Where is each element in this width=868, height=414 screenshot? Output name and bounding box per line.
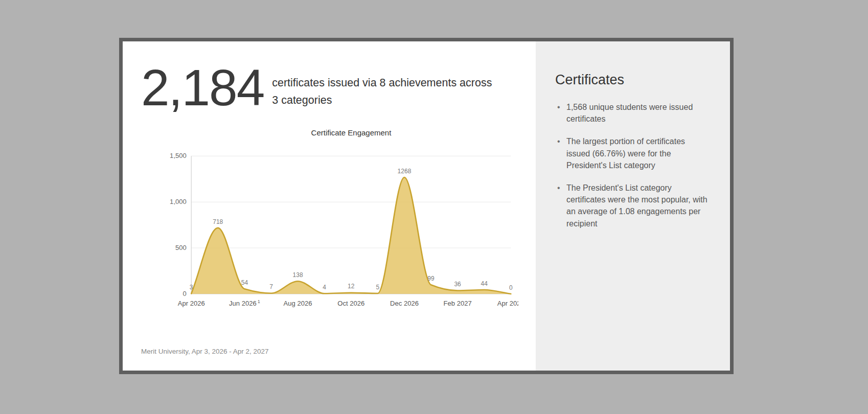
point-label: 3 (190, 284, 193, 291)
point-label: 4 (323, 284, 326, 291)
point-label: 36 (454, 281, 461, 288)
summary-bullet-item: The President's List category certificat… (555, 182, 709, 229)
chart-block: Certificate Engagement 05001,0001,500Apr… (166, 128, 518, 318)
area-fill (191, 177, 511, 294)
x-tick-label: Dec 2026 (390, 300, 419, 307)
y-tick-label: 500 (175, 244, 187, 251)
point-label: 12 (348, 283, 355, 290)
x-tick-label: Aug 2026 (284, 300, 312, 307)
engagement-area-chart-svg: 05001,0001,500Apr 2026Jun 2026 1Aug 2026… (166, 141, 518, 318)
summary-bullet-list: 1,568 unique students were issued certif… (555, 101, 709, 229)
point-label: 44 (481, 280, 488, 287)
certificates-report-card: 2,184 certificates issued via 8 achievem… (119, 38, 734, 374)
report-scope-note: Merit University, Apr 3, 2026 - Apr 2, 2… (141, 348, 269, 355)
area-line (191, 177, 511, 294)
y-tick-label: 1,500 (170, 152, 187, 159)
point-label: 5 (376, 284, 379, 291)
total-certificates-count: 2,184 (141, 62, 264, 113)
point-label: 718 (213, 218, 223, 225)
summary-bullet-item: 1,568 unique students were issued certif… (555, 101, 709, 125)
headline-description: certificates issued via 8 achievements a… (272, 75, 497, 113)
x-tick-label: Apr 2027 (497, 300, 518, 307)
certificate-engagement-chart: 05001,0001,500Apr 2026Jun 2026 1Aug 2026… (166, 141, 518, 318)
point-label: 0 (509, 284, 513, 291)
summary-panel: Certificates 1,568 unique students were … (536, 41, 730, 371)
point-label: 1268 (398, 168, 412, 175)
point-label: 7 (269, 283, 273, 290)
x-tick-label: Feb 2027 (444, 300, 472, 307)
tick-footnote-marker: 1 (257, 299, 260, 304)
summary-bullet-item: The largest portion of certificates issu… (555, 135, 709, 171)
summary-panel-title: Certificates (555, 72, 709, 88)
x-tick-label: Apr 2026 (178, 300, 205, 307)
chart-section: 2,184 certificates issued via 8 achievem… (123, 41, 536, 371)
x-tick-label: Jun 2026 1 (229, 299, 260, 307)
y-tick-label: 1,000 (170, 198, 187, 205)
point-label: 99 (427, 275, 435, 282)
point-label: 138 (293, 271, 303, 279)
chart-title: Certificate Engagement (166, 128, 518, 137)
headline: 2,184 certificates issued via 8 achievem… (141, 62, 536, 113)
y-tick-label: 0 (183, 290, 187, 297)
x-tick-label: Oct 2026 (337, 300, 364, 307)
point-label: 54 (241, 279, 248, 286)
